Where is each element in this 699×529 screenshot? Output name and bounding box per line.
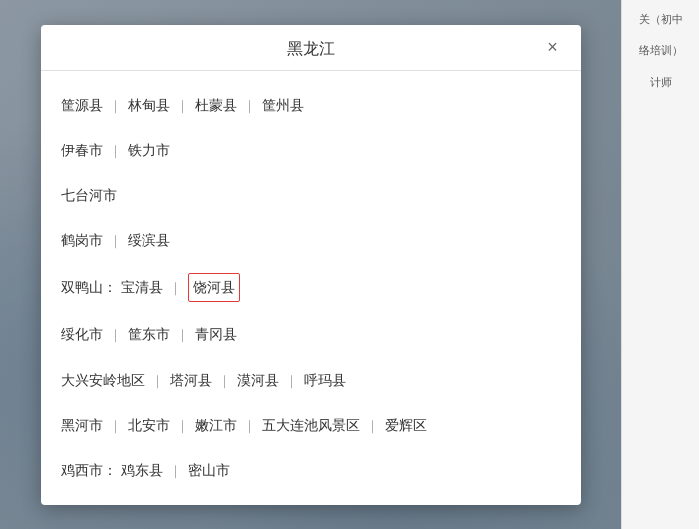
row-prefix-jixi: 鸡西市： [61,458,117,483]
right-sidebar: 关（初中 络培训） 计师 [621,0,699,529]
region-row-10: 其他 [61,493,561,504]
region-link-other[interactable]: 其他 [61,503,89,504]
region-link[interactable]: 五大连池风景区 [262,413,360,438]
region-link[interactable]: 筐东市 [128,322,170,347]
region-row-1: 筐源县 ｜ 林甸县 ｜ 杜蒙县 ｜ 筐州县 [61,83,561,128]
region-link[interactable]: 青冈县 [195,322,237,347]
row-prefix-shuangya: 双鸭山： [61,275,117,300]
modal-overlay: 黑龙江 × 筐源县 ｜ 林甸县 ｜ 杜蒙县 ｜ 筐州县 伊春市 ｜ 铁力市 [0,0,621,529]
region-link[interactable]: 绥化市 [61,322,103,347]
modal-header: 黑龙江 × [41,25,581,71]
region-row-8: 黑河市 ｜ 北安市 ｜ 嫩江市 ｜ 五大连池风景区 ｜ 爱辉区 [61,403,561,448]
region-link[interactable]: 宝清县 [121,275,163,300]
modal-dialog: 黑龙江 × 筐源县 ｜ 林甸县 ｜ 杜蒙县 ｜ 筐州县 伊春市 ｜ 铁力市 [41,25,581,505]
region-link[interactable]: 鸡东县 [121,458,163,483]
region-link[interactable]: 七台河市 [61,183,117,208]
region-row-4: 鹤岗市 ｜ 绥滨县 [61,218,561,263]
region-link[interactable]: 筐州县 [262,93,304,118]
region-link[interactable]: 伊春市 [61,138,103,163]
region-link[interactable]: 呼玛县 [304,368,346,393]
region-row-5: 双鸭山： 宝清县 ｜ 饶河县 [61,263,561,312]
modal-close-button[interactable]: × [541,35,565,59]
region-row-6: 绥化市 ｜ 筐东市 ｜ 青冈县 [61,312,561,357]
region-link[interactable]: 杜蒙县 [195,93,237,118]
region-link[interactable]: 北安市 [128,413,170,438]
region-link[interactable]: 大兴安岭地区 [61,368,145,393]
region-link[interactable]: 爱辉区 [385,413,427,438]
region-link[interactable]: 铁力市 [128,138,170,163]
region-row-9: 鸡西市： 鸡东县 ｜ 密山市 [61,448,561,493]
region-link-highlighted[interactable]: 饶河县 [188,273,240,302]
region-link[interactable]: 漠河县 [237,368,279,393]
sidebar-text-1: 关（初中 [628,8,693,31]
region-link[interactable]: 塔河县 [170,368,212,393]
sidebar-text-2: 络培训） [628,39,693,62]
region-link[interactable]: 筐源县 [61,93,103,118]
modal-title: 黑龙江 [287,39,335,60]
region-link[interactable]: 绥滨县 [128,228,170,253]
region-link[interactable]: 林甸县 [128,93,170,118]
region-row-2: 伊春市 ｜ 铁力市 [61,128,561,173]
region-link[interactable]: 嫩江市 [195,413,237,438]
modal-body[interactable]: 筐源县 ｜ 林甸县 ｜ 杜蒙县 ｜ 筐州县 伊春市 ｜ 铁力市 七台河市 鹤岗市 [41,71,581,505]
region-row-3: 七台河市 [61,173,561,218]
region-link[interactable]: 黑河市 [61,413,103,438]
sidebar-text-3: 计师 [628,71,693,94]
region-row-7: 大兴安岭地区 ｜ 塔河县 ｜ 漠河县 ｜ 呼玛县 [61,358,561,403]
region-link[interactable]: 密山市 [188,458,230,483]
region-link[interactable]: 鹤岗市 [61,228,103,253]
